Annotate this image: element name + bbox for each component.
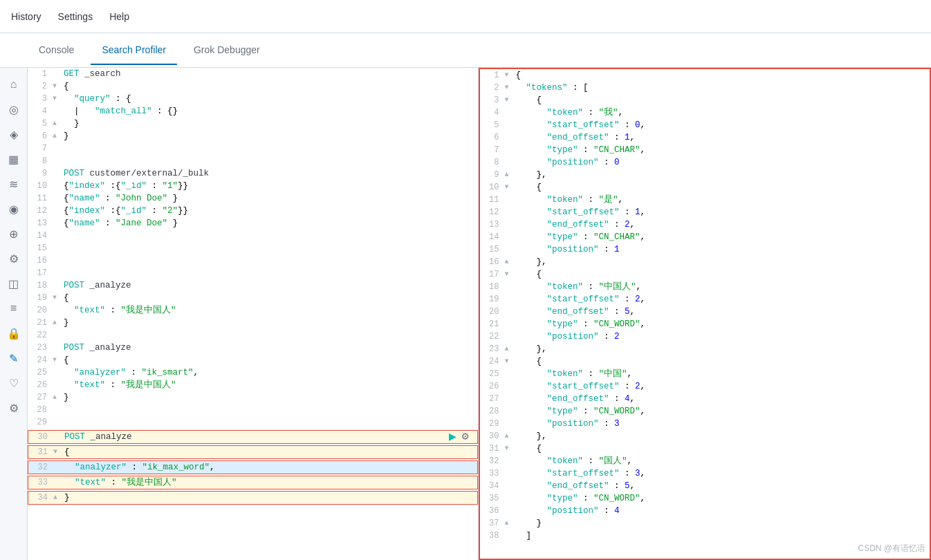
line-content[interactable]: "end_offset" : 5,: [515, 306, 928, 318]
infrastructure-icon[interactable]: ◫: [3, 272, 25, 295]
line-content[interactable]: POST _analyze: [62, 279, 475, 292]
logs-icon[interactable]: ≡: [3, 297, 25, 319]
fold-toggle[interactable]: ▲: [505, 343, 515, 355]
fold-toggle[interactable]: ▼: [53, 354, 62, 366]
line-content[interactable]: "type" : "CN_WORD",: [515, 405, 928, 418]
line-content[interactable]: "start_offset" : 0,: [515, 119, 928, 131]
line-content[interactable]: {"index" :{"_id" : "1"}}: [62, 180, 475, 192]
discover-icon[interactable]: ◎: [3, 98, 25, 120]
timelion-icon[interactable]: ≋: [3, 173, 25, 195]
line-content[interactable]: },: [515, 169, 928, 181]
line-content[interactable]: "text" : "我是中国人": [62, 304, 475, 317]
line-content[interactable]: "analyzer" : "ik_max_word",: [63, 461, 474, 474]
home-icon[interactable]: ⌂: [3, 73, 25, 95]
line-content[interactable]: {: [63, 446, 474, 458]
line-content[interactable]: }: [62, 391, 475, 404]
apm-icon[interactable]: ◉: [3, 198, 25, 220]
management-icon[interactable]: ⚙: [3, 397, 25, 419]
line-content[interactable]: },: [515, 256, 928, 268]
line-content[interactable]: {: [515, 181, 928, 194]
line-content[interactable]: "position" : 3: [515, 418, 928, 430]
fold-toggle[interactable]: ▲: [505, 169, 515, 181]
tab-console[interactable]: Console: [28, 36, 85, 65]
line-content[interactable]: "position" : 1: [515, 243, 928, 256]
line-content[interactable]: ]: [515, 530, 928, 542]
line-content[interactable]: "analyzer" : "ik_smart",: [62, 366, 475, 379]
line-content[interactable]: POST _analyze: [62, 342, 475, 354]
line-content[interactable]: "position" : 4: [515, 505, 928, 517]
line-content[interactable]: },: [515, 343, 928, 355]
line-content[interactable]: "type" : "CN_CHAR",: [515, 144, 928, 156]
line-content[interactable]: "position" : 0: [515, 156, 928, 169]
line-content[interactable]: "token" : "是",: [515, 194, 928, 206]
line-content[interactable]: {"index" :{"_id" : "2"}}: [62, 205, 475, 217]
line-content[interactable]: "token" : "我",: [515, 106, 928, 119]
line-content[interactable]: "end_offset" : 4,: [515, 393, 928, 405]
fold-toggle[interactable]: ▼: [53, 93, 62, 105]
line-content[interactable]: POST customer/external/_bulk: [62, 167, 475, 180]
line-content[interactable]: GET _search: [62, 68, 475, 80]
fold-toggle[interactable]: ▼: [505, 355, 515, 368]
fold-toggle[interactable]: ▲: [505, 430, 515, 442]
line-content[interactable]: }: [63, 492, 474, 504]
line-content[interactable]: | "match_all" : {}: [62, 105, 475, 118]
line-content[interactable]: {: [62, 80, 475, 93]
line-content[interactable]: "text" : "我是中国人": [63, 476, 474, 489]
line-content[interactable]: {"name" : "Jane Doe" }: [62, 217, 475, 230]
line-content[interactable]: }: [62, 130, 475, 142]
line-content[interactable]: "start_offset" : 3,: [515, 467, 928, 480]
security-icon[interactable]: 🔒: [3, 322, 25, 344]
fold-toggle[interactable]: ▼: [505, 69, 515, 82]
line-content[interactable]: {: [515, 442, 928, 455]
line-content[interactable]: {: [515, 355, 928, 368]
monitoring-icon[interactable]: ♡: [3, 372, 25, 394]
line-content[interactable]: "token" : "国人",: [515, 455, 928, 467]
line-content[interactable]: "token" : "中国",: [515, 368, 928, 380]
line-content[interactable]: "type" : "CN_CHAR",: [515, 231, 928, 243]
dev-tools-icon[interactable]: ✎: [3, 347, 25, 369]
line-content[interactable]: "token" : "中国人",: [515, 281, 928, 293]
tab-search-profiler[interactable]: Search Profiler: [91, 36, 177, 65]
fold-toggle[interactable]: ▼: [505, 268, 515, 281]
line-content[interactable]: "start_offset" : 2,: [515, 293, 928, 306]
fold-toggle[interactable]: ▲: [53, 317, 62, 329]
fold-toggle[interactable]: ▼: [505, 181, 515, 194]
line-content[interactable]: {: [515, 268, 928, 281]
fold-toggle[interactable]: ▲: [53, 130, 62, 142]
line-content[interactable]: "end_offset" : 1,: [515, 131, 928, 144]
ml-icon[interactable]: ⚙: [3, 248, 25, 270]
right-output-panel[interactable]: 1▼{2▼ "tokens" : [3▼ {4 "token" : "我",5 …: [479, 68, 932, 560]
line-content[interactable]: "type" : "CN_WORD",: [515, 318, 928, 330]
line-content[interactable]: "position" : 2: [515, 330, 928, 343]
fold-toggle[interactable]: ▼: [505, 82, 515, 94]
line-content[interactable]: }: [62, 118, 475, 130]
fold-toggle[interactable]: ▼: [505, 94, 515, 106]
line-content[interactable]: POST _analyze: [63, 431, 449, 443]
line-content[interactable]: "type" : "CN_WORD",: [515, 492, 928, 505]
line-content[interactable]: {: [62, 292, 475, 304]
line-content[interactable]: "end_offset" : 5,: [515, 480, 928, 492]
line-content[interactable]: "end_offset" : 2,: [515, 218, 928, 231]
line-content[interactable]: "text" : "我是中国人": [62, 379, 475, 391]
line-content[interactable]: "query" : {: [62, 93, 475, 105]
fold-toggle[interactable]: ▲: [53, 391, 62, 404]
fold-toggle[interactable]: ▲: [505, 256, 515, 268]
fold-toggle[interactable]: ▲: [505, 517, 515, 530]
visualize-icon[interactable]: ◈: [3, 123, 25, 145]
fold-toggle[interactable]: ▲: [53, 492, 63, 504]
line-content[interactable]: "tokens" : [: [515, 82, 928, 94]
fold-toggle[interactable]: ▼: [53, 446, 63, 458]
help-nav[interactable]: Help: [109, 8, 129, 25]
line-content[interactable]: "start_offset" : 1,: [515, 206, 928, 218]
fold-toggle[interactable]: ▼: [505, 442, 515, 455]
maps-icon[interactable]: ⊕: [3, 223, 25, 245]
fold-toggle[interactable]: ▲: [53, 118, 62, 130]
line-content[interactable]: }: [515, 517, 928, 530]
line-content[interactable]: {: [62, 354, 475, 366]
line-content[interactable]: },: [515, 430, 928, 442]
history-nav[interactable]: History: [11, 8, 42, 25]
tab-grok-debugger[interactable]: Grok Debugger: [183, 36, 271, 65]
line-content[interactable]: }: [62, 317, 475, 329]
run-button[interactable]: ▶: [449, 431, 457, 443]
line-content[interactable]: "start_offset" : 2,: [515, 380, 928, 393]
